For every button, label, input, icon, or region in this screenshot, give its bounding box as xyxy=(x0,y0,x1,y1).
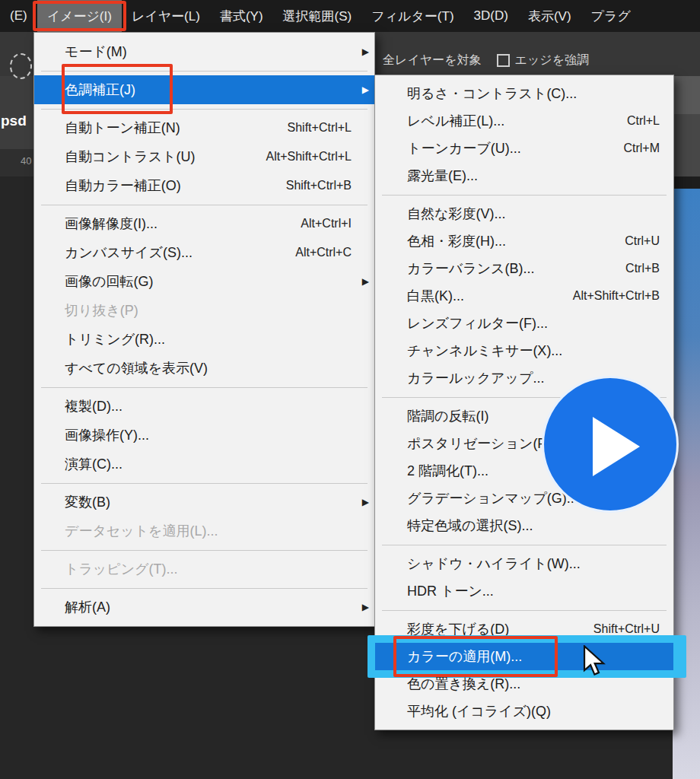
menu-item-label: 画像解像度(I)... xyxy=(34,215,158,233)
menu-item-adjustments[interactable]: 色調補正(J)▶ xyxy=(34,75,374,104)
menu-separator xyxy=(34,200,374,209)
menu-item-variables[interactable]: 変数(B)▶ xyxy=(34,488,374,517)
photoshop-window: 全レイヤーを対象 エッジを強調 psd 40 (E)イメージ(I)レイヤー(L)… xyxy=(0,0,700,779)
menu-item-trap: トラッピング(T)... xyxy=(34,555,374,583)
menu-item-color-balance[interactable]: カラーバランス(B)...Ctrl+B xyxy=(375,255,673,282)
sky-photo-canvas xyxy=(673,189,700,779)
menubar-item-label: 3D(D) xyxy=(474,8,508,24)
menu-item-label: 変数(B) xyxy=(34,493,110,511)
submenu-arrow-icon: ▶ xyxy=(362,497,369,507)
sample-all-layers-label[interactable]: 全レイヤーを対象 xyxy=(383,52,482,68)
menu-item-analysis[interactable]: 解析(A)▶ xyxy=(34,593,374,622)
menu-item-match-color[interactable]: カラーの適用(M)... xyxy=(375,643,673,670)
menu-item-image-rotation[interactable]: 画像の回転(G)▶ xyxy=(34,267,374,296)
menu-item-label: 自動カラー補正(O) xyxy=(34,176,181,195)
menu-item-label: レンズフィルター(F)... xyxy=(375,314,548,332)
menu-item-calculations[interactable]: 演算(C)... xyxy=(34,450,374,479)
menu-item-channel-mixer[interactable]: チャンネルミキサー(X)... xyxy=(375,337,673,364)
menu-item-auto-tone[interactable]: 自動トーン補正(N)Shift+Ctrl+L xyxy=(34,113,374,142)
menu-item-label: カラールックアップ... xyxy=(375,369,544,387)
submenu-arrow-icon: ▶ xyxy=(362,46,369,57)
menu-item-vibrance[interactable]: 自然な彩度(V)... xyxy=(375,200,673,227)
menu-item-reveal-all[interactable]: すべての領域を表示(V) xyxy=(34,354,374,383)
menubar-item-type[interactable]: 書式(Y) xyxy=(210,0,273,32)
mouse-cursor xyxy=(582,645,608,679)
menu-item-label: 特定色域の選択(S)... xyxy=(375,517,533,535)
menu-item-label: データセットを適用(L)... xyxy=(34,522,218,540)
auto-enhance-checkbox[interactable] xyxy=(497,54,510,67)
menu-item-shortcut: Shift+Ctrl+B xyxy=(286,179,374,192)
play-button[interactable] xyxy=(542,376,679,513)
menu-item-brightness-contrast[interactable]: 明るさ・コントラスト(C)... xyxy=(375,80,673,107)
menubar-item-label: レイヤー(L) xyxy=(132,8,200,25)
menu-item-exposure[interactable]: 露光量(E)... xyxy=(375,162,673,189)
menu-item-label: 画像操作(Y)... xyxy=(34,426,149,444)
menu-item-shortcut: Ctrl+L xyxy=(627,114,673,128)
menu-item-label: 切り抜き(P) xyxy=(34,301,138,320)
menubar-item-label: 表示(V) xyxy=(528,8,571,25)
menubar-item-layer[interactable]: レイヤー(L) xyxy=(122,0,210,32)
annotation-highlight-box xyxy=(393,636,558,677)
menu-item-hdr-toning[interactable]: HDR トーン... xyxy=(375,577,673,605)
menu-separator xyxy=(34,383,374,392)
menubar-item-image[interactable]: イメージ(I) xyxy=(37,0,122,32)
menubar-item-label: 選択範囲(S) xyxy=(283,8,352,25)
menu-item-equalize[interactable]: 平均化 (イコライズ)(Q) xyxy=(375,698,673,725)
play-icon xyxy=(593,417,640,476)
submenu-arrow-icon: ▶ xyxy=(362,84,369,95)
menu-item-label: 2 階調化(T)... xyxy=(375,462,488,480)
menubar-item-label: フィルター(T) xyxy=(371,8,453,25)
menubar-item-3d[interactable]: 3D(D) xyxy=(464,0,518,32)
panel-edge xyxy=(673,114,700,176)
menu-item-levels[interactable]: レベル補正(L)...Ctrl+L xyxy=(375,107,673,135)
menu-item-label: 白黒(K)... xyxy=(375,287,464,305)
menubar-item-select[interactable]: 選択範囲(S) xyxy=(273,0,362,32)
menu-item-label: 自動トーン補正(N) xyxy=(34,119,180,137)
menu-item-apply-image[interactable]: 画像操作(Y)... xyxy=(34,421,374,450)
menu-item-image-size[interactable]: 画像解像度(I)...Alt+Ctrl+I xyxy=(34,209,374,238)
panel-edge xyxy=(673,76,700,114)
menu-item-shortcut: Alt+Shift+Ctrl+B xyxy=(573,289,673,303)
menu-item-shortcut: Ctrl+B xyxy=(625,262,673,275)
menu-item-label: 自動コントラスト(U) xyxy=(34,148,196,166)
menu-item-hue-saturation[interactable]: 色相・彩度(H)...Ctrl+U xyxy=(375,227,673,255)
menu-item-canvas-size[interactable]: カンバスサイズ(S)...Alt+Ctrl+C xyxy=(34,238,374,267)
menu-separator xyxy=(34,583,374,593)
menu-item-duplicate[interactable]: 複製(D)... xyxy=(34,392,374,421)
menu-item-auto-color[interactable]: 自動カラー補正(O)Shift+Ctrl+B xyxy=(34,171,374,200)
menu-item-trim[interactable]: トリミング(R)... xyxy=(34,325,374,354)
menubar-item-view[interactable]: 表示(V) xyxy=(518,0,581,32)
menubar-item-label: プラグ xyxy=(591,8,631,25)
submenu-arrow-icon: ▶ xyxy=(362,602,369,612)
auto-enhance-label[interactable]: エッジを強調 xyxy=(515,52,590,68)
menu-item-shortcut: Ctrl+M xyxy=(623,141,673,155)
menu-item-black-white[interactable]: 白黒(K)...Alt+Shift+Ctrl+B xyxy=(375,282,673,310)
menu-item-label: ポスタリゼーション(P)... xyxy=(375,434,562,453)
menu-item-selective-color[interactable]: 特定色域の選択(S)... xyxy=(375,512,673,539)
menu-item-shortcut: Shift+Ctrl+L xyxy=(288,121,374,135)
menubar-item-label: 書式(Y) xyxy=(220,8,263,25)
menu-separator xyxy=(34,545,374,555)
menu-item-crop: 切り抜き(P) xyxy=(34,296,374,325)
menu-item-label: カラーバランス(B)... xyxy=(375,259,535,278)
menu-item-label: チャンネルミキサー(X)... xyxy=(375,342,562,360)
menu-item-auto-contrast[interactable]: 自動コントラスト(U)Alt+Shift+Ctrl+L xyxy=(34,142,374,171)
canvas-edge xyxy=(673,176,700,189)
menu-item-label: 自然な彩度(V)... xyxy=(375,205,505,223)
image-menu-dropdown: モード(M)▶色調補正(J)▶自動トーン補正(N)Shift+Ctrl+L自動コ… xyxy=(33,32,375,627)
menu-item-shortcut: Alt+Shift+Ctrl+L xyxy=(266,150,375,164)
menubar-item-plugins-partial[interactable]: プラグ xyxy=(581,0,641,32)
menubar-item-filter[interactable]: フィルター(T) xyxy=(361,0,463,32)
menu-item-label: トラッピング(T)... xyxy=(34,560,178,578)
menu-item-curves[interactable]: トーンカーブ(U)...Ctrl+M xyxy=(375,135,673,162)
menu-item-mode[interactable]: モード(M)▶ xyxy=(34,37,374,66)
menu-item-label: 複製(D)... xyxy=(34,397,123,415)
menu-item-label: すべての領域を表示(V) xyxy=(34,359,208,377)
menubar-item-edit-partial[interactable]: (E) xyxy=(0,0,37,32)
menu-separator xyxy=(375,539,673,550)
annotation-highlight-box xyxy=(62,64,173,114)
menubar-item-label: (E) xyxy=(10,8,27,24)
menu-item-photo-filter[interactable]: レンズフィルター(F)... xyxy=(375,310,673,337)
menu-separator xyxy=(375,189,673,200)
menu-item-shadows-highlights[interactable]: シャドウ・ハイライト(W)... xyxy=(375,550,673,577)
